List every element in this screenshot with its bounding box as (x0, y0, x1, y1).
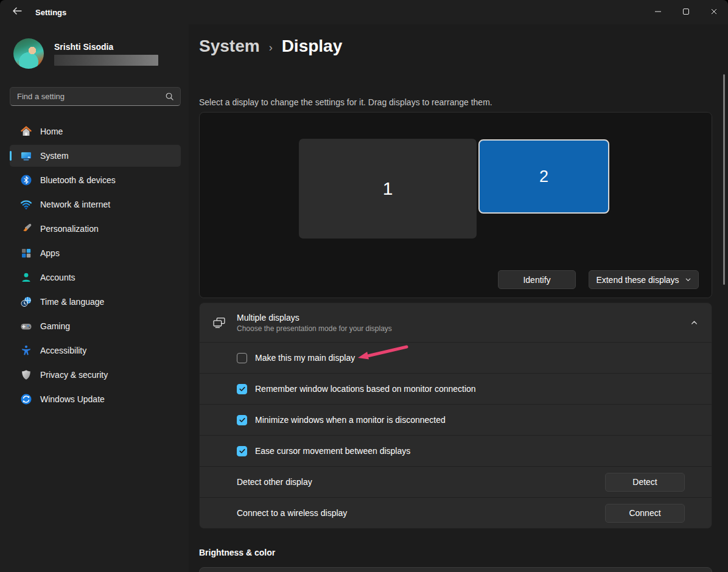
checkbox-checked[interactable] (237, 415, 247, 425)
option-label: Ease cursor movement between displays (255, 446, 410, 456)
settings-window: Settings Srishti Sisodia (0, 0, 728, 572)
option-row-main-display: Make this my main display (200, 342, 712, 373)
sidebar-nav: Home System Bluetooth & devices (0, 120, 189, 410)
minimize-button[interactable] (644, 0, 672, 24)
multiple-displays-card: Multiple displays Choose the presentatio… (199, 302, 712, 529)
monitor-2-number: 2 (539, 167, 548, 186)
breadcrumb-separator: › (269, 41, 273, 54)
detect-label: Detect other display (237, 477, 312, 487)
home-icon (20, 125, 32, 138)
connect-button[interactable]: Connect (605, 504, 685, 523)
sidebar-item-label: System (40, 151, 69, 161)
detect-button[interactable]: Detect (605, 473, 685, 492)
search-input[interactable] (10, 92, 165, 101)
sidebar-item-label: Time & language (40, 297, 104, 307)
clock-globe-icon (20, 296, 32, 308)
close-button[interactable] (700, 0, 728, 24)
connect-wireless-row: Connect to a wireless display Connect (200, 497, 712, 528)
checkbox-unchecked[interactable] (237, 353, 247, 363)
option-row-minimize-windows: Minimize windows when a monitor is disco… (200, 404, 712, 435)
sidebar-item-personalization[interactable]: Personalization (10, 218, 181, 240)
expander-subtitle: Choose the presentation mode for your di… (237, 324, 392, 333)
maximize-button[interactable] (672, 0, 700, 24)
sidebar-item-windows-update[interactable]: Windows Update (10, 388, 181, 410)
update-icon (20, 393, 32, 405)
monitor-1-number: 1 (383, 178, 393, 199)
breadcrumb-system[interactable]: System (199, 37, 260, 56)
page-title: Display (282, 37, 343, 56)
sidebar-item-label: Accessibility (40, 346, 86, 355)
close-icon (710, 7, 718, 18)
chevron-up-icon[interactable] (690, 319, 698, 327)
multiple-displays-icon (212, 316, 226, 329)
option-row-ease-cursor: Ease cursor movement between displays (200, 435, 712, 466)
sidebar-item-label: Gaming (40, 321, 70, 331)
display-arrangement-canvas: 1 2 Identify Extend these displays (199, 112, 712, 298)
sidebar-item-apps[interactable]: Apps (10, 242, 181, 264)
sidebar-item-label: Bluetooth & devices (40, 175, 116, 185)
sidebar-item-label: Accounts (40, 273, 75, 282)
next-card-partial (199, 567, 712, 572)
brightness-color-heading: Brightness & color (199, 548, 275, 557)
bluetooth-icon (20, 174, 32, 186)
checkbox-checked[interactable] (237, 446, 247, 456)
monitor-1[interactable]: 1 (299, 139, 477, 239)
breadcrumb: System › Display (199, 37, 342, 56)
extend-displays-dropdown[interactable]: Extend these displays (589, 270, 699, 289)
system-icon (20, 150, 32, 162)
person-icon (20, 271, 32, 284)
detect-display-row: Detect other display Detect (200, 466, 712, 497)
gamepad-icon (20, 320, 32, 332)
sidebar-item-accessibility[interactable]: Accessibility (10, 340, 181, 361)
titlebar: Settings (0, 0, 728, 24)
identify-button[interactable]: Identify (498, 270, 576, 289)
checkbox-checked[interactable] (237, 384, 247, 394)
sidebar-item-label: Privacy & security (40, 370, 108, 380)
search-box[interactable] (10, 87, 181, 106)
sidebar: Srishti Sisodia Home (0, 24, 189, 572)
option-row-remember-locations: Remember window locations based on monit… (200, 373, 712, 404)
window-controls (644, 0, 728, 24)
shield-icon (20, 369, 32, 381)
option-label: Remember window locations based on monit… (255, 384, 476, 394)
sidebar-item-label: Windows Update (40, 394, 105, 404)
sidebar-item-label: Home (40, 127, 63, 136)
sidebar-item-system[interactable]: System (10, 145, 181, 167)
sidebar-item-accounts[interactable]: Accounts (10, 267, 181, 288)
main-content: System › Display Select a display to cha… (189, 24, 728, 572)
user-email-redacted (54, 55, 158, 66)
user-avatar (13, 38, 44, 69)
monitor-2-selected[interactable]: 2 (478, 139, 609, 214)
user-name: Srishti Sisodia (54, 42, 158, 52)
sidebar-item-label: Network & internet (40, 200, 110, 209)
search-icon (165, 92, 174, 101)
scrollbar-thumb[interactable] (723, 74, 725, 285)
multiple-displays-expander[interactable]: Multiple displays Choose the presentatio… (200, 303, 712, 342)
sidebar-item-label: Personalization (40, 224, 99, 234)
paintbrush-icon (20, 223, 32, 235)
apps-icon (20, 247, 32, 259)
sidebar-item-gaming[interactable]: Gaming (10, 315, 181, 337)
sidebar-item-privacy-security[interactable]: Privacy & security (10, 364, 181, 386)
accessibility-icon (20, 344, 32, 357)
back-arrow-icon (12, 6, 22, 18)
sidebar-item-network-internet[interactable]: Network & internet (10, 194, 181, 215)
maximize-icon (682, 7, 690, 18)
expander-title: Multiple displays (237, 313, 392, 323)
back-button[interactable] (7, 3, 27, 21)
chevron-down-icon (685, 275, 691, 285)
connect-label: Connect to a wireless display (237, 508, 347, 518)
minimize-icon (654, 7, 662, 18)
option-label: Make this my main display (255, 353, 355, 363)
sidebar-item-home[interactable]: Home (10, 120, 181, 142)
wifi-icon (20, 198, 32, 211)
window-title: Settings (35, 8, 66, 17)
user-profile[interactable]: Srishti Sisodia (13, 38, 189, 69)
sidebar-item-bluetooth-devices[interactable]: Bluetooth & devices (10, 169, 181, 191)
sidebar-item-time-language[interactable]: Time & language (10, 291, 181, 313)
option-label: Minimize windows when a monitor is disco… (255, 415, 446, 425)
sidebar-item-label: Apps (40, 248, 60, 258)
display-instruction: Select a display to change the settings … (199, 97, 492, 107)
